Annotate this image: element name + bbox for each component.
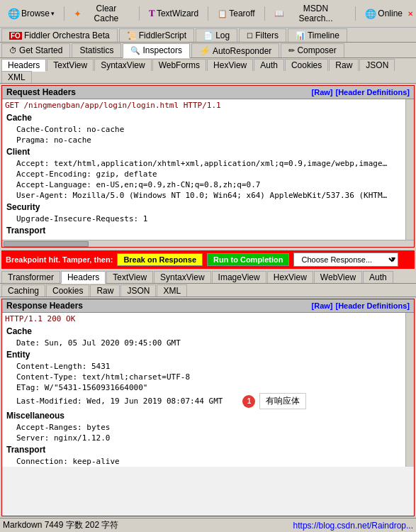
breakpoint-text: Breakpoint hit. Tamper, then: [6,255,113,264]
request-raw-link[interactable]: [Raw] [312,88,333,96]
connection-item: Connection: keep-alive [2,456,405,467]
tearoff-icon: 📋 [218,9,227,18]
statusbar-link[interactable]: https://blog.csdn.net/Raindrop... [293,521,413,531]
request-headers-section: Request Headers [Raw] [Header Definition… [1,85,415,248]
resp-tab-headers[interactable]: Headers [61,271,106,284]
tab-fiddlerscript[interactable]: 📜 FiddlerScript [119,28,194,42]
resp-tab-json[interactable]: JSON [120,284,156,297]
tab-autoresponder[interactable]: ⚡ AutoResponder [191,43,279,57]
response-raw-link[interactable]: [Raw] [312,301,333,310]
content-type-item: Content-Type: text/html;charset=UTF-8 [2,372,405,382]
resp-tab-transformer[interactable]: Transformer [1,271,60,283]
resp-tab-raw[interactable]: Raw [90,284,120,297]
req-tab-hexview[interactable]: HexView [207,59,253,71]
resp-scrollbar[interactable] [405,313,414,467]
resp-tab-cookies[interactable]: Cookies [46,284,89,297]
msdn-button[interactable]: 📖 MSDN Search... [269,1,352,26]
tearoff-button[interactable]: 📋 Tearoff [213,6,259,21]
client-category: Client [2,145,405,158]
main-area: 🌐 Browse ▾ ✦ Clear Cache 𝐓 TextWizard 📋 … [0,0,416,518]
tab-get-started[interactable]: ⏱ Get Started [1,43,70,57]
sep4 [264,6,265,21]
request-header-defs-link[interactable]: [Header Definitions] [335,88,410,96]
tab-timeline[interactable]: 📊 Timeline [288,28,347,42]
resp-tab-caching[interactable]: Caching [1,284,45,297]
choose-response-select[interactable]: Choose Response... [293,253,398,267]
response-subtabs-row2: Caching Cookies Raw JSON XML [0,284,416,297]
resp-tab-textview[interactable]: TextView [106,271,153,283]
response-header-defs-link[interactable]: [Header Definitions] [335,301,410,310]
req-hscroll[interactable] [2,240,414,247]
fiddler-tabs-row1: FO Fiddler Orchestra Beta 📜 FiddlerScrip… [0,28,416,43]
tab-inspectors[interactable]: 🔍 Inspectors [123,43,189,58]
upgrade-insecure-item: Upgrade-Insecure-Requests: 1 [2,214,405,224]
tab-statistics[interactable]: Statistics [72,43,121,57]
fiddler-tabs-row2: ⏱ Get Started Statistics 🔍 Inspectors ⚡ … [0,43,416,58]
response-body-wrap: HTTP/1.1 200 OK Cache Date: Sun, 05 Jul … [2,313,414,467]
browse-dropdown-icon[interactable]: ▾ [51,10,55,17]
resp-tab-auth[interactable]: Auth [363,271,393,283]
inspectors-icon: 🔍 [130,46,140,55]
request-body-wrap: GET /ningmengban/app/login/login.html HT… [2,99,414,240]
req-tab-textview[interactable]: TextView [47,59,94,71]
last-modified-row: Last-Modified: Wed, 19 Jun 2019 08:07:44… [2,393,405,409]
server-item: Server: nginx/1.12.0 [2,433,405,443]
resp-cache-category: Cache [2,325,405,338]
req-tab-json[interactable]: JSON [359,59,395,71]
fo-icon: FO [9,32,22,40]
req-tab-cookies[interactable]: Cookies [285,59,328,71]
statusbar: Markdown 7449 字数 202 字符 https://blog.csd… [0,518,416,532]
req-tab-raw[interactable]: Raw [329,59,359,71]
req-tab-xml[interactable]: XML [1,71,32,83]
sep3 [208,6,208,21]
response-headers-title: Response Headers [Raw] [Header Definitio… [2,299,414,313]
tab-log[interactable]: 📄 Log [196,28,237,42]
break-on-response-button[interactable]: Break on Response [117,253,203,266]
resp-tab-xml[interactable]: XML [157,284,187,297]
online-button[interactable]: 🌐 Online [360,6,407,21]
breakpoint-bar: Breakpoint hit. Tamper, then: Break on R… [1,250,415,269]
clear-cache-button[interactable]: ✦ Clear Cache [69,1,135,26]
resp-misc-category: Miscellaneous [2,409,405,422]
script-icon: 📜 [127,31,137,40]
req-tab-headers[interactable]: Headers [1,59,46,72]
req-tab-auth[interactable]: Auth [254,59,284,71]
globe-icon: 🌐 [8,8,20,19]
resp-tab-hexview[interactable]: HexView [267,271,313,283]
resp-tab-webview[interactable]: WebView [314,271,362,283]
response-content: HTTP/1.1 200 OK Cache Date: Sun, 05 Jul … [2,313,405,467]
timeline-icon: 📊 [296,31,305,40]
pragma-item: Pragma: no-cache [2,135,405,145]
statusbar-text: Markdown 7449 字数 202 字符 [3,519,118,531]
start-icon: ⏱ [9,46,17,55]
log-icon: 📄 [203,31,213,40]
tab-filters[interactable]: ☐ Filters [239,28,286,42]
req-scrollbar[interactable] [405,99,414,240]
sep1 [64,6,64,21]
textwizard-button[interactable]: 𝐓 TextWizard [144,6,203,21]
content-length-item: Content-Length: 5431 [2,361,405,372]
resp-tab-syntaxview[interactable]: SyntaxView [154,271,210,283]
security-category: Security [2,201,405,214]
response-headers-body: Cache Date: Sun, 05 Jul 2020 09:45:00 GM… [2,325,405,467]
tab-composer[interactable]: ✏ Composer [281,43,344,57]
sep2 [139,6,140,21]
request-content: GET /ningmengban/app/login/login.html HT… [2,99,405,240]
cache-category: Cache [2,111,405,124]
accept-encoding-item: Accept-Encoding: gzip, deflate [2,169,405,179]
browse-button[interactable]: 🌐 Browse ▾ [3,6,60,21]
response-line: HTTP/1.1 200 OK [2,313,405,325]
tab-orchestra[interactable]: FO Fiddler Orchestra Beta [1,28,118,42]
run-to-completion-button[interactable]: Run to Completion [207,253,289,266]
req-hscroll-thumb[interactable] [4,241,89,247]
last-modified-item: Last-Modified: Wed, 19 Jun 2019 08:07:44… [2,396,237,406]
badge-label: 有响应体 [259,393,306,409]
etag-item: ETag: W/"5431-1560931664000" [2,382,405,393]
user-agent-item: User-Agent: Mozilla/5.0 (Windows NT 10.0… [2,190,405,201]
resp-transport-category: Transport [2,443,405,456]
resp-tab-imageview[interactable]: ImageView [212,271,266,283]
req-tab-webforms[interactable]: WebForms [152,59,206,71]
online-icon: 🌐 [365,9,376,19]
req-tab-syntaxview[interactable]: SyntaxView [94,59,151,71]
choose-response-wrap: Choose Response... [293,253,398,267]
